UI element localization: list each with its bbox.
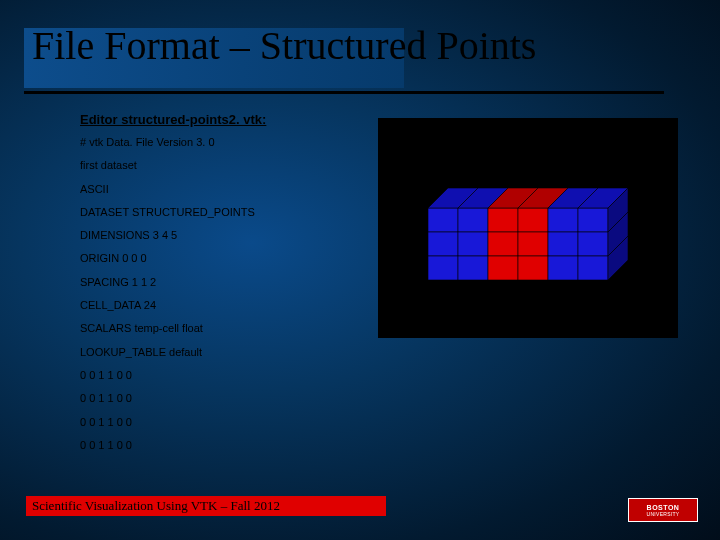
visualization-panel bbox=[378, 118, 678, 338]
file-line: 0 0 1 1 0 0 bbox=[80, 415, 660, 429]
svg-rect-5 bbox=[578, 208, 608, 232]
svg-rect-0 bbox=[428, 208, 458, 232]
title-underline bbox=[24, 91, 664, 94]
footer-bar: Scientific Visualization Using VTK – Fal… bbox=[26, 496, 386, 516]
boston-university-logo: BOSTON UNIVERSITY bbox=[628, 498, 698, 522]
svg-rect-13 bbox=[458, 256, 488, 280]
svg-rect-11 bbox=[578, 232, 608, 256]
svg-rect-8 bbox=[488, 232, 518, 256]
page-title: File Format – Structured Points bbox=[32, 22, 536, 69]
file-line: LOOKUP_TABLE default bbox=[80, 345, 660, 359]
svg-rect-12 bbox=[428, 256, 458, 280]
svg-rect-3 bbox=[518, 208, 548, 232]
svg-rect-1 bbox=[458, 208, 488, 232]
svg-rect-10 bbox=[548, 232, 578, 256]
svg-rect-15 bbox=[518, 256, 548, 280]
file-line: 0 0 1 1 0 0 bbox=[80, 438, 660, 452]
file-line: 0 0 1 1 0 0 bbox=[80, 368, 660, 382]
svg-rect-14 bbox=[488, 256, 518, 280]
svg-rect-4 bbox=[548, 208, 578, 232]
svg-rect-17 bbox=[578, 256, 608, 280]
logo-bottom: UNIVERSITY bbox=[646, 511, 679, 517]
svg-rect-9 bbox=[518, 232, 548, 256]
svg-rect-6 bbox=[428, 232, 458, 256]
logo-top: BOSTON bbox=[647, 504, 680, 511]
footer-text: Scientific Visualization Using VTK – Fal… bbox=[32, 498, 280, 514]
svg-rect-2 bbox=[488, 208, 518, 232]
file-line: 0 0 1 1 0 0 bbox=[80, 391, 660, 405]
svg-rect-7 bbox=[458, 232, 488, 256]
svg-rect-16 bbox=[548, 256, 578, 280]
